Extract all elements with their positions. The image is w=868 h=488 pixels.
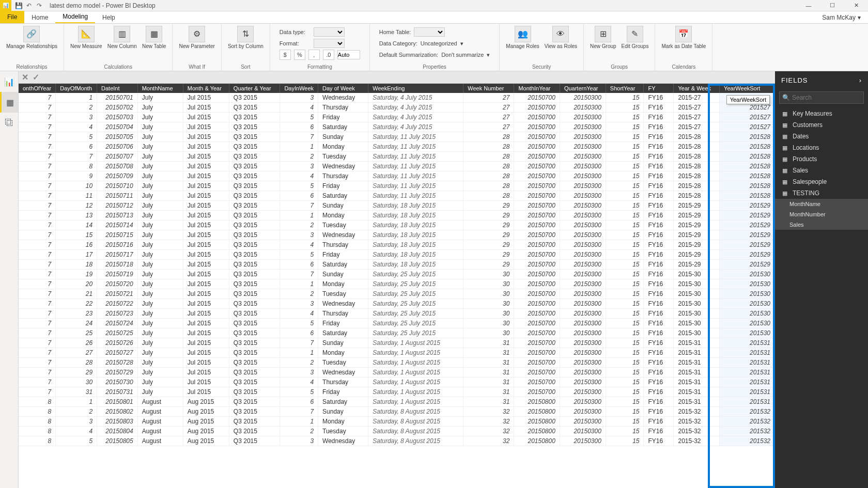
data-view-button[interactable]: ▦ bbox=[0, 92, 18, 113]
data-table[interactable]: onthOfYearDayOfMonthDateIntMonthNameMont… bbox=[19, 84, 775, 488]
decimal-places-input[interactable] bbox=[337, 50, 360, 59]
close-button[interactable]: ✕ bbox=[844, 0, 868, 11]
comma-button[interactable]: , bbox=[308, 50, 320, 60]
file-tab[interactable]: File bbox=[0, 11, 24, 23]
table-row[interactable]: 8420150804AugustAug 2015Q3 20152TuesdayS… bbox=[19, 427, 775, 436]
edit-groups-button[interactable]: ✎Edit Groups bbox=[619, 25, 651, 50]
table-row[interactable]: 72720150727JulyJul 2015Q3 20151MondaySat… bbox=[19, 348, 775, 358]
minimize-button[interactable]: — bbox=[797, 0, 820, 11]
table-row[interactable]: 71320150713JulyJul 2015Q3 20151MondaySat… bbox=[19, 211, 775, 221]
column-header[interactable]: DateInt bbox=[97, 84, 138, 93]
manage-relationships-button[interactable]: 🔗Manage Relationships bbox=[4, 25, 59, 50]
table-row[interactable]: 7220150702JulyJul 2015Q3 20154ThursdaySa… bbox=[19, 103, 775, 113]
table-row[interactable]: 8520150805AugustAug 2015Q3 20153Wednesda… bbox=[19, 436, 775, 446]
column-header[interactable]: Week Number bbox=[463, 84, 514, 93]
column-header[interactable]: Quarter & Year bbox=[229, 84, 280, 93]
field-table[interactable]: ▦Salespeople bbox=[775, 176, 868, 187]
table-row[interactable]: 8220150802AugustAug 2015Q3 20157SundaySa… bbox=[19, 407, 775, 417]
field-table[interactable]: ▦Key Measures bbox=[775, 108, 868, 119]
table-row[interactable]: 73120150731JulyJul 2015Q3 20155FridaySat… bbox=[19, 387, 775, 397]
table-row[interactable]: 71820150718JulyJul 2015Q3 20156SaturdayS… bbox=[19, 260, 775, 270]
home-tab[interactable]: Home bbox=[24, 12, 55, 23]
field-table[interactable]: ▦Dates bbox=[775, 131, 868, 142]
currency-button[interactable]: $ bbox=[280, 50, 291, 60]
save-icon[interactable]: 💾 bbox=[14, 2, 23, 9]
new-group-button[interactable]: ⊞New Group bbox=[588, 25, 618, 50]
column-header[interactable]: DayOfMonth bbox=[56, 84, 97, 93]
table-row[interactable]: 7420150704JulyJul 2015Q3 20156SaturdaySa… bbox=[19, 122, 775, 132]
decimal-button[interactable]: .0 bbox=[323, 50, 334, 60]
percent-button[interactable]: % bbox=[294, 50, 305, 60]
table-row[interactable]: 72120150721JulyJul 2015Q3 20152TuesdaySa… bbox=[19, 289, 775, 299]
column-header[interactable]: Month & Year bbox=[183, 84, 229, 93]
table-row[interactable]: 8120150801AugustAug 2015Q3 20156Saturday… bbox=[19, 397, 775, 407]
field-column[interactable]: Sales bbox=[775, 219, 868, 230]
table-row[interactable]: 7920150709JulyJul 2015Q3 20154ThursdaySa… bbox=[19, 171, 775, 181]
table-row[interactable]: 72620150726JulyJul 2015Q3 20157SundaySat… bbox=[19, 338, 775, 348]
column-header[interactable]: Year & Week bbox=[674, 84, 720, 93]
column-header[interactable]: ShortYear bbox=[606, 84, 644, 93]
chevron-down-icon[interactable]: ▾ bbox=[487, 52, 490, 58]
table-row[interactable]: 7320150703JulyJul 2015Q3 20155FridaySatu… bbox=[19, 113, 775, 122]
field-table[interactable]: ▦TESTING bbox=[775, 187, 868, 199]
field-table[interactable]: ▦Sales bbox=[775, 165, 868, 176]
formula-accept-button[interactable]: ✓ bbox=[33, 72, 39, 82]
new-table-button[interactable]: ▦New Table bbox=[140, 25, 168, 50]
model-view-button[interactable]: ⿻ bbox=[0, 113, 18, 133]
format-select[interactable] bbox=[314, 39, 345, 48]
column-header[interactable]: YearWeekSort bbox=[720, 84, 775, 93]
field-column[interactable]: MonthName bbox=[775, 199, 868, 209]
table-row[interactable]: 7620150706JulyJul 2015Q3 20151MondaySatu… bbox=[19, 142, 775, 152]
table-row[interactable]: 72820150728JulyJul 2015Q3 20152TuesdaySa… bbox=[19, 358, 775, 368]
new-measure-button[interactable]: 📐New Measure bbox=[68, 25, 104, 50]
table-row[interactable]: 8320150803AugustAug 2015Q3 20151MondaySa… bbox=[19, 417, 775, 427]
field-table[interactable]: ▦Products bbox=[775, 153, 868, 165]
table-row[interactable]: 7120150701JulyJul 2015Q3 20153WednesdayS… bbox=[19, 93, 775, 103]
chevron-down-icon[interactable]: ▾ bbox=[460, 40, 463, 47]
column-header[interactable]: FY bbox=[644, 84, 674, 93]
fields-search-input[interactable] bbox=[779, 91, 864, 104]
undo-icon[interactable]: ↶ bbox=[25, 2, 33, 9]
table-row[interactable]: 73020150730JulyJul 2015Q3 20154ThursdayS… bbox=[19, 377, 775, 387]
table-row[interactable]: 71020150710JulyJul 2015Q3 20155FridaySat… bbox=[19, 181, 775, 191]
table-row[interactable]: 7720150707JulyJul 2015Q3 20152TuesdaySat… bbox=[19, 152, 775, 162]
table-row[interactable]: 71120150711JulyJul 2015Q3 20156SaturdayS… bbox=[19, 191, 775, 201]
column-header[interactable]: MonthInYear bbox=[514, 84, 560, 93]
column-header[interactable]: QuarternYear bbox=[560, 84, 606, 93]
table-row[interactable]: 72220150722JulyJul 2015Q3 20153Wednesday… bbox=[19, 299, 775, 309]
table-row[interactable]: 72420150724JulyJul 2015Q3 20155FridaySat… bbox=[19, 319, 775, 328]
table-row[interactable]: 71620150716JulyJul 2015Q3 20154ThursdayS… bbox=[19, 240, 775, 250]
table-row[interactable]: 71720150717JulyJul 2015Q3 20155FridaySat… bbox=[19, 250, 775, 260]
manage-roles-button[interactable]: 👥Manage Roles bbox=[504, 25, 541, 50]
table-row[interactable]: 7520150705JulyJul 2015Q3 20157SundaySatu… bbox=[19, 132, 775, 142]
help-tab[interactable]: Help bbox=[95, 12, 122, 23]
table-row[interactable]: 71520150715JulyJul 2015Q3 20153Wednesday… bbox=[19, 230, 775, 240]
report-view-button[interactable]: 📊 bbox=[0, 71, 18, 92]
column-header[interactable]: MonthName bbox=[137, 84, 183, 93]
column-header[interactable]: Day of Week bbox=[318, 84, 368, 93]
user-label[interactable]: Sam McKay ▾ bbox=[815, 12, 868, 23]
table-row[interactable]: 7820150708JulyJul 2015Q3 20153WednesdayS… bbox=[19, 162, 775, 171]
table-row[interactable]: 72020150720JulyJul 2015Q3 20151MondaySat… bbox=[19, 279, 775, 289]
data-type-select[interactable] bbox=[314, 27, 345, 37]
column-header[interactable]: DayInWeek bbox=[280, 84, 318, 93]
table-row[interactable]: 71220150712JulyJul 2015Q3 20157SundaySat… bbox=[19, 201, 775, 211]
table-row[interactable]: 72320150723JulyJul 2015Q3 20154ThursdayS… bbox=[19, 309, 775, 319]
home-table-select[interactable] bbox=[414, 27, 445, 37]
maximize-button[interactable]: ☐ bbox=[820, 0, 844, 11]
new-parameter-button[interactable]: ⚙New Parameter bbox=[177, 25, 216, 50]
table-row[interactable]: 71420150714JulyJul 2015Q3 20152TuesdaySa… bbox=[19, 221, 775, 230]
modeling-tab[interactable]: Modeling bbox=[55, 11, 95, 23]
column-header[interactable]: WeekEnding bbox=[368, 84, 463, 93]
table-row[interactable]: 72520150725JulyJul 2015Q3 20156SaturdayS… bbox=[19, 328, 775, 338]
column-header[interactable]: onthOfYear bbox=[19, 84, 56, 93]
field-table[interactable]: ▦Customers bbox=[775, 119, 868, 131]
chevron-right-icon[interactable]: › bbox=[859, 76, 862, 84]
formula-cancel-button[interactable]: ✕ bbox=[22, 72, 28, 82]
mark-date-table-button[interactable]: 📅Mark as Date Table bbox=[659, 25, 708, 50]
redo-icon[interactable]: ↷ bbox=[35, 2, 43, 9]
sort-by-column-button[interactable]: ⇅Sort by Column bbox=[226, 25, 266, 50]
field-column[interactable]: MonthNumber bbox=[775, 209, 868, 219]
new-column-button[interactable]: ▥New Column bbox=[105, 25, 139, 50]
field-table[interactable]: ▦Locations bbox=[775, 142, 868, 153]
